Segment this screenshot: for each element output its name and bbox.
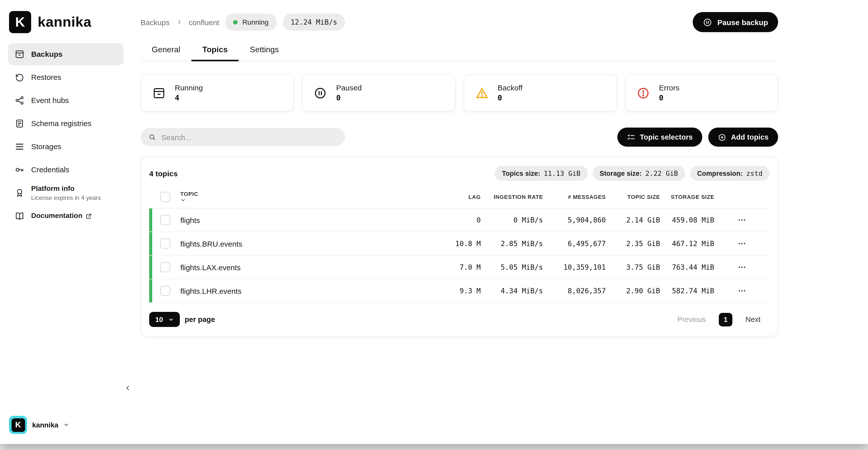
brand-wordmark: kannika [38,14,91,30]
sidebar-item-credentials[interactable]: Credentials [8,159,124,181]
table-row[interactable]: flights 0 0 MiB/s 5,904,860 2.14 GiB 459… [149,208,770,232]
messages-cell: 6,495,677 [543,239,606,248]
column-header-storage-size: STORAGE SIZE [660,194,714,200]
storage-size-cell: 467.12 MiB [660,239,714,248]
pause-circle-icon [314,86,327,100]
compression-label: Compression: [697,169,743,177]
restore-icon [14,72,25,83]
pause-backup-button[interactable]: Pause backup [693,12,778,32]
messages-cell: 10,359,101 [543,263,606,271]
row-status-bar [149,232,152,255]
select-all-checkbox[interactable] [160,192,170,202]
account-menu[interactable]: K kannika [9,416,69,434]
sidebar-item-backups[interactable]: Backups [8,43,124,65]
sidebar-item-schema-registries[interactable]: Schema registries [8,112,124,135]
topic-size-cell: 2.14 GiB [606,216,660,224]
hub-icon [14,95,25,105]
sidebar-item-label: Restores [31,73,61,82]
row-checkbox[interactable] [160,215,170,225]
sidebar-item-storages[interactable]: Storages [8,136,124,158]
topic-size-cell: 2.90 GiB [606,287,660,295]
search-box [141,128,345,146]
row-checkbox[interactable] [160,262,170,272]
current-page-button[interactable]: 1 [719,313,733,326]
tab-general[interactable]: General [141,40,191,61]
ingestion-rate-cell: 2.85 MiB/s [481,239,543,248]
storage-size-label: Storage size: [599,169,642,177]
throughput-badge: 12.24 MiB/s [283,13,345,31]
main-content: Backups confluent Running 12.24 MiB/s Pa… [141,0,778,336]
previous-page-button[interactable]: Previous [678,315,706,323]
tab-bar: General Topics Settings [141,40,778,61]
breadcrumb-backups[interactable]: Backups [141,18,169,26]
account-name: kannika [32,421,58,429]
sidebar-collapse-button[interactable] [122,382,134,394]
status-dot-icon [233,20,238,24]
add-topics-button[interactable]: Add topics [708,128,778,147]
stat-card-errors: Errors 0 [625,74,778,111]
table-footer: 10 per page Previous 1 Next [149,312,770,327]
stat-card-paused: Paused 0 [302,74,456,111]
topic-selectors-button[interactable]: Topic selectors [617,128,703,147]
book-icon [14,211,25,221]
plus-circle-icon [718,133,726,141]
stat-label: Errors [659,84,680,92]
topic-name: flights.LHR.events [180,287,435,295]
stat-label: Backoff [498,84,523,92]
sidebar-item-platform-info[interactable]: Platform info License expires in 4 years [8,182,124,204]
ingestion-rate-cell: 4.34 MiB/s [481,287,543,295]
column-header-topic[interactable]: TOPIC [180,191,435,197]
messages-cell: 5,904,860 [543,216,606,224]
status-label: Running [242,18,269,26]
sidebar-item-documentation[interactable]: Documentation [8,205,124,227]
stat-value: 0 [498,93,523,102]
row-actions-button[interactable] [734,260,749,275]
page-size-select[interactable]: 10 [149,312,180,327]
table-row[interactable]: flights.BRU.events 10.8 M 2.85 MiB/s 6,4… [149,232,770,256]
brand-logo[interactable]: K kannika [0,0,132,33]
storage-size-cell: 459.08 MiB [660,216,714,224]
storage-size-badge: Storage size: 2.22 GiB [592,166,685,181]
chevron-down-icon [168,317,174,322]
license-expiry-text: License expires in 4 years [31,194,101,201]
row-status-bar [149,279,152,302]
external-link-icon [85,213,92,219]
column-header-ingestion-rate: INGESTION RATE [481,194,543,200]
sidebar: K kannika Backups Restores Event hubs Sc… [0,0,132,444]
column-header-topic-size: TOPIC SIZE [606,194,660,200]
row-checkbox[interactable] [160,238,170,249]
sidebar-item-label: Backups [31,50,63,59]
sidebar-item-label: Documentation [31,212,82,221]
sidebar-item-restores[interactable]: Restores [8,66,124,88]
schema-icon [14,119,25,129]
lag-cell: 9.3 M [435,287,481,295]
ellipsis-icon [737,263,746,272]
next-page-button[interactable]: Next [745,315,761,323]
tab-topics[interactable]: Topics [191,40,239,61]
row-checkbox[interactable] [160,286,170,296]
lag-cell: 10.8 M [435,239,481,248]
sort-chevron-icon[interactable] [180,197,186,203]
column-header-lag: LAG [435,194,481,200]
topics-table-card: 4 topics Topics size: 11.13 GiB Storage … [141,157,778,336]
chevron-down-icon [63,422,69,428]
row-actions-button[interactable] [734,283,749,298]
per-page-label: per page [185,315,215,323]
sidebar-nav: Backups Restores Event hubs Schema regis… [0,43,132,227]
badge-icon [14,188,25,198]
table-row[interactable]: flights.LAX.events 7.0 M 5.05 MiB/s 10,3… [149,256,770,279]
ellipsis-icon [737,286,746,295]
stat-card-running: Running 4 [141,74,294,111]
ingestion-rate-cell: 0 MiB/s [481,216,543,224]
tab-settings[interactable]: Settings [239,40,290,61]
topics-count: 4 topics [149,169,178,178]
row-actions-button[interactable] [734,213,749,227]
table-row[interactable]: flights.LHR.events 9.3 M 4.34 MiB/s 8,02… [149,279,770,303]
topic-selectors-label: Topic selectors [640,133,693,141]
sidebar-item-event-hubs[interactable]: Event hubs [8,89,124,111]
search-input[interactable] [161,133,338,141]
sidebar-item-label: Event hubs [31,96,69,105]
viewport: K kannika Backups Restores Event hubs Sc… [0,0,868,450]
row-actions-button[interactable] [734,236,749,251]
ingestion-rate-cell: 5.05 MiB/s [481,263,543,271]
